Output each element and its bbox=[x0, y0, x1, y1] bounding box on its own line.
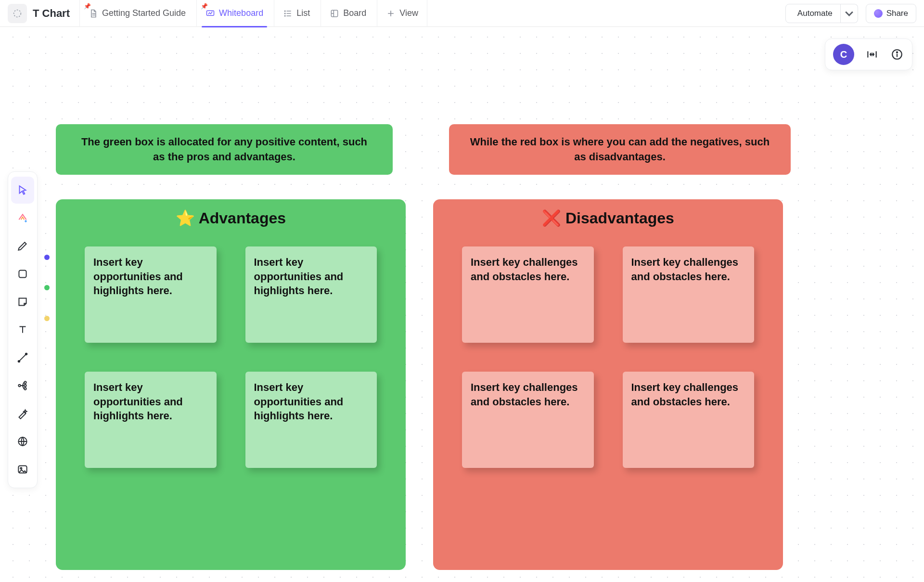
negative-header-note[interactable]: While the red box is where you can add t… bbox=[449, 124, 791, 175]
advantages-title-text: Advantages bbox=[199, 209, 286, 227]
tool-sticky[interactable] bbox=[11, 288, 34, 315]
card-text: Insert key challenges and obstacles here… bbox=[631, 381, 739, 408]
tool-text[interactable] bbox=[11, 316, 34, 343]
disadvantage-card[interactable]: Insert key challenges and obstacles here… bbox=[462, 246, 594, 343]
tool-mindmap[interactable] bbox=[11, 372, 34, 399]
svg-point-18 bbox=[24, 388, 26, 389]
tab-label: List bbox=[296, 8, 310, 18]
disadvantage-card[interactable]: Insert key challenges and obstacles here… bbox=[623, 246, 755, 343]
info-button[interactable] bbox=[890, 47, 904, 62]
svg-point-15 bbox=[18, 385, 20, 387]
share-button[interactable]: Share bbox=[866, 4, 916, 23]
tool-magic[interactable] bbox=[11, 400, 34, 427]
card-text: Insert key opportunities and highlights … bbox=[254, 256, 344, 297]
card-text: Insert key opportunities and highlights … bbox=[93, 381, 183, 422]
svg-point-21 bbox=[20, 467, 22, 469]
tool-ai[interactable] bbox=[11, 205, 34, 232]
tool-image[interactable] bbox=[11, 456, 34, 483]
tab-label: Board bbox=[343, 8, 366, 18]
automate-dropdown[interactable] bbox=[841, 4, 858, 23]
pen-color-indicator bbox=[44, 255, 50, 260]
advantage-card[interactable]: Insert key opportunities and highlights … bbox=[85, 246, 217, 343]
card-text: Insert key challenges and obstacles here… bbox=[471, 256, 578, 283]
sticky-color-indicator bbox=[44, 316, 50, 321]
user-avatar-dot bbox=[874, 9, 883, 18]
doc-icon bbox=[89, 9, 98, 18]
tool-web[interactable] bbox=[11, 428, 34, 455]
automate-button[interactable]: Automate bbox=[785, 4, 841, 23]
positive-header-note[interactable]: The green box is allocated for any posit… bbox=[56, 124, 393, 175]
svg-point-17 bbox=[24, 385, 26, 387]
tab-whiteboard[interactable]: 📌 Whiteboard bbox=[196, 0, 272, 27]
disadvantage-card[interactable]: Insert key challenges and obstacles here… bbox=[462, 372, 594, 468]
chevron-down-icon bbox=[841, 5, 858, 22]
negative-header-text: While the red box is where you can add t… bbox=[468, 135, 771, 165]
fit-width-button[interactable] bbox=[865, 47, 879, 62]
advantage-card[interactable]: Insert key opportunities and highlights … bbox=[245, 372, 377, 468]
advantage-card[interactable]: Insert key opportunities and highlights … bbox=[245, 246, 377, 343]
disadvantages-title-text: Disadvantages bbox=[565, 209, 674, 227]
disadvantages-title: ❌ Disadvantages bbox=[433, 209, 783, 227]
list-icon bbox=[283, 9, 293, 18]
pen-color-dot bbox=[50, 464, 55, 469]
share-label: Share bbox=[886, 9, 908, 18]
page-title: T Chart bbox=[33, 7, 70, 20]
top-toolbar: T Chart 📌 Getting Started Guide 📌 Whiteb… bbox=[0, 0, 924, 27]
advantages-title: ⭐ Advantages bbox=[56, 209, 406, 227]
whiteboard-canvas[interactable]: C bbox=[0, 27, 924, 582]
tool-pen[interactable] bbox=[11, 233, 34, 259]
svg-point-4 bbox=[285, 15, 286, 16]
tab-board[interactable]: Board bbox=[321, 0, 375, 27]
svg-point-11 bbox=[897, 52, 898, 53]
tool-select[interactable] bbox=[11, 177, 34, 204]
card-text: Insert key challenges and obstacles here… bbox=[631, 256, 739, 283]
disadvantage-card[interactable]: Insert key challenges and obstacles here… bbox=[623, 372, 755, 468]
card-text: Insert key challenges and obstacles here… bbox=[471, 381, 578, 408]
presence-avatar[interactable]: C bbox=[833, 44, 854, 65]
tab-label: Getting Started Guide bbox=[102, 8, 186, 18]
positive-header-text: The green box is allocated for any posit… bbox=[75, 135, 373, 165]
card-text: Insert key opportunities and highlights … bbox=[93, 256, 183, 297]
tab-getting-started[interactable]: 📌 Getting Started Guide bbox=[79, 0, 194, 27]
tool-panel bbox=[8, 171, 38, 488]
pin-icon: 📌 bbox=[201, 3, 208, 10]
svg-point-0 bbox=[14, 10, 21, 17]
shape-color-indicator bbox=[44, 285, 50, 290]
svg-point-14 bbox=[26, 353, 27, 355]
star-icon: ⭐ bbox=[176, 209, 195, 227]
cross-icon: ❌ bbox=[542, 209, 561, 227]
tool-shape[interactable] bbox=[11, 260, 34, 287]
svg-point-13 bbox=[18, 361, 20, 362]
svg-point-2 bbox=[285, 11, 286, 12]
workspace-icon[interactable] bbox=[8, 4, 27, 23]
advantage-card[interactable]: Insert key opportunities and highlights … bbox=[85, 372, 217, 468]
plus-icon bbox=[386, 9, 396, 18]
svg-point-3 bbox=[285, 13, 286, 14]
automate-label: Automate bbox=[797, 9, 833, 18]
tab-label: Whiteboard bbox=[219, 8, 263, 18]
canvas-topright-controls: C bbox=[825, 39, 912, 70]
tab-label: View bbox=[399, 8, 418, 18]
disadvantages-panel[interactable]: ❌ Disadvantages Insert key challenges an… bbox=[433, 199, 783, 570]
card-text: Insert key opportunities and highlights … bbox=[254, 381, 344, 422]
whiteboard-icon bbox=[205, 9, 215, 18]
svg-rect-12 bbox=[19, 270, 26, 277]
tab-list[interactable]: List bbox=[274, 0, 319, 27]
pin-icon: 📌 bbox=[84, 3, 91, 10]
tab-add-view[interactable]: View bbox=[377, 0, 427, 27]
tool-connector[interactable] bbox=[11, 344, 34, 371]
svg-point-16 bbox=[24, 381, 26, 383]
board-icon bbox=[330, 9, 339, 18]
advantages-panel[interactable]: ⭐ Advantages Insert key opportunities an… bbox=[56, 199, 406, 570]
